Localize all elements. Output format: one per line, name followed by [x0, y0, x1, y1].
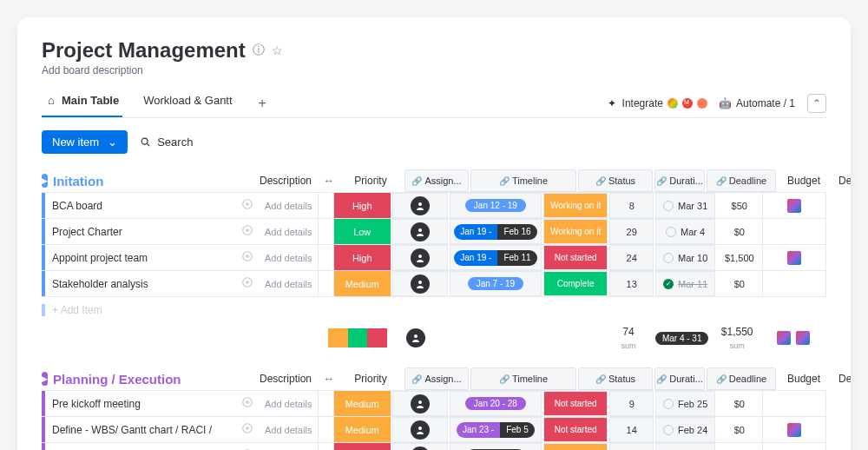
collapse-group-button[interactable]: ▶: [42, 372, 48, 386]
description-cell[interactable]: Add details: [259, 245, 319, 270]
priority-cell[interactable]: Low: [334, 219, 391, 244]
duration-cell[interactable]: 10: [609, 443, 653, 450]
deliverables-cell[interactable]: [763, 219, 826, 244]
timeline-cell[interactable]: Jan 23 -Feb 5: [450, 417, 542, 442]
col-deliverables[interactable]: Deliverables: [831, 175, 851, 187]
assignee-cell[interactable]: [392, 417, 448, 442]
priority-cell[interactable]: High: [334, 443, 391, 450]
assignee-cell[interactable]: [392, 443, 448, 450]
assignee-cell[interactable]: [392, 271, 448, 296]
budget-cell[interactable]: $1,500: [716, 245, 763, 270]
add-item-row[interactable]: + Add Item: [42, 296, 826, 322]
priority-cell[interactable]: Medium: [334, 271, 391, 296]
deadline-cell[interactable]: Mar 10: [655, 245, 715, 270]
col-timeline[interactable]: 🔗Timeline: [470, 169, 576, 192]
status-cell[interactable]: Not started: [543, 417, 608, 442]
timeline-pill[interactable]: Jan 7 - 19: [468, 277, 523, 290]
priority-cell[interactable]: High: [334, 245, 391, 270]
deadline-cell[interactable]: Mar 4: [655, 219, 715, 244]
description-cell[interactable]: Add details: [259, 443, 319, 450]
item-name-cell[interactable]: Project communication plan: [42, 443, 259, 450]
duration-cell[interactable]: 8: [609, 193, 653, 218]
timeline-pill[interactable]: Jan 19 -Feb 16: [454, 224, 536, 240]
description-cell[interactable]: Add details: [259, 271, 319, 296]
budget-cell[interactable]: $0: [716, 417, 763, 442]
col-duration[interactable]: 🔗Durati...: [654, 169, 705, 192]
col-status[interactable]: 🔗Status: [578, 169, 653, 192]
automate-button[interactable]: 🤖 Automate / 1: [720, 97, 795, 109]
col-status[interactable]: 🔗Status: [578, 367, 653, 390]
deadline-cell[interactable]: Feb 24: [655, 417, 715, 442]
add-tab-button[interactable]: +: [253, 96, 272, 111]
status-cell[interactable]: Complete: [543, 271, 608, 296]
item-name-cell[interactable]: Stakeholder analysis: [42, 271, 259, 296]
assignee-cell[interactable]: [392, 219, 448, 244]
duration-cell[interactable]: 29: [609, 219, 653, 244]
new-item-button[interactable]: New item ⌄: [42, 130, 128, 154]
expand-icon[interactable]: [241, 250, 253, 265]
item-name-cell[interactable]: Project Charter: [42, 219, 259, 244]
assignee-cell[interactable]: [392, 193, 448, 218]
timeline-cell[interactable]: Jan 19 -Feb 11: [450, 245, 542, 270]
deliverable-thumbnail[interactable]: [787, 199, 801, 213]
integrate-button[interactable]: ✦ Integrate: [606, 97, 707, 109]
timeline-cell[interactable]: Jan 12 - 19: [450, 193, 542, 218]
timeline-pill[interactable]: Jan 19 -Feb 11: [454, 250, 536, 266]
col-budget[interactable]: Budget: [777, 175, 831, 187]
collapse-group-button[interactable]: ▶: [42, 174, 48, 188]
budget-cell[interactable]: $0: [716, 219, 763, 244]
priority-cell[interactable]: Medium: [334, 417, 391, 442]
status-cell[interactable]: Working on it: [543, 443, 608, 450]
timeline-pill[interactable]: Jan 23 -Feb 5: [457, 422, 535, 438]
board-subtitle[interactable]: Add board description: [42, 64, 826, 76]
favorite-icon[interactable]: ☆: [272, 43, 283, 57]
status-cell[interactable]: Working on it: [543, 193, 608, 218]
priority-cell[interactable]: Medium: [334, 391, 391, 416]
status-cell[interactable]: Not started: [543, 391, 608, 416]
budget-cell[interactable]: $0: [716, 271, 763, 296]
item-name-cell[interactable]: Define - WBS/ Gantt chart / RACI /: [42, 417, 259, 442]
deliverable-thumbnail[interactable]: [787, 423, 801, 437]
priority-cell[interactable]: High: [334, 193, 391, 218]
expand-icon[interactable]: [241, 276, 253, 291]
col-deadline[interactable]: 🔗Deadline: [707, 169, 776, 192]
expand-icon[interactable]: [241, 422, 253, 437]
col-priority[interactable]: Priority: [338, 373, 404, 385]
col-assignee[interactable]: 🔗Assign...: [404, 169, 469, 192]
search-button[interactable]: Search: [140, 136, 193, 149]
deliverables-cell[interactable]: [763, 245, 826, 270]
deadline-cell[interactable]: Feb 25: [655, 391, 715, 416]
timeline-cell[interactable]: Jan 7 - 19: [450, 271, 542, 296]
col-deadline[interactable]: 🔗Deadline: [707, 367, 776, 390]
status-cell[interactable]: Working on it: [543, 219, 608, 244]
group-name[interactable]: Initation: [53, 174, 251, 189]
deadline-cell[interactable]: ✓Mar 11: [655, 271, 715, 296]
description-cell[interactable]: Add details: [259, 391, 319, 416]
budget-cell[interactable]: $0: [716, 391, 763, 416]
expand-icon[interactable]: [241, 198, 253, 213]
deliverables-cell[interactable]: [763, 417, 826, 442]
duration-cell[interactable]: 13: [609, 271, 653, 296]
description-cell[interactable]: Add details: [259, 193, 319, 218]
deliverables-cell[interactable]: [763, 391, 826, 416]
item-name-cell[interactable]: Appoint project team: [42, 245, 259, 270]
col-description[interactable]: Description: [251, 373, 320, 385]
timeline-cell[interactable]: Feb 2 - 11: [450, 443, 542, 450]
col-budget[interactable]: Budget: [777, 373, 831, 385]
col-deliverables[interactable]: Deliverables: [831, 373, 851, 385]
deliverable-thumbnail[interactable]: [787, 251, 801, 265]
col-assignee[interactable]: 🔗Assign...: [404, 367, 469, 390]
drag-icon[interactable]: ↔: [320, 175, 338, 187]
col-timeline[interactable]: 🔗Timeline: [470, 367, 576, 390]
deliverables-cell[interactable]: [763, 193, 826, 218]
group-name[interactable]: Planning / Execution: [53, 372, 251, 387]
timeline-pill[interactable]: Jan 20 - 28: [465, 397, 526, 410]
deliverables-cell[interactable]: [763, 443, 826, 450]
deliverables-cell[interactable]: [763, 271, 826, 296]
expand-icon[interactable]: [241, 224, 253, 239]
timeline-cell[interactable]: Jan 20 - 28: [450, 391, 542, 416]
duration-cell[interactable]: 14: [609, 417, 653, 442]
item-name-cell[interactable]: BCA board: [42, 193, 259, 218]
info-icon[interactable]: ⓘ: [253, 43, 265, 58]
item-name-cell[interactable]: Pre kickoff meeting: [42, 391, 259, 416]
